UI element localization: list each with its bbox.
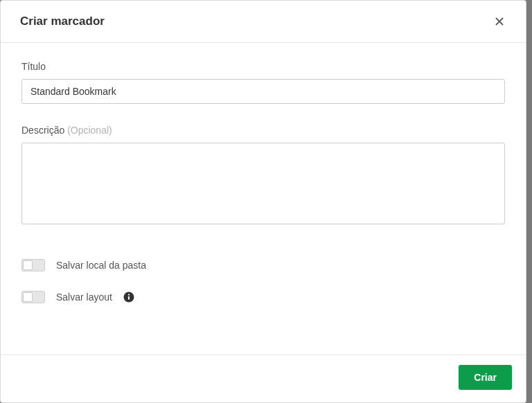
info-icon — [123, 292, 134, 303]
create-bookmark-modal: Criar marcador Título Descrição (Opciona… — [0, 0, 526, 403]
svg-rect-4 — [128, 296, 130, 300]
save-folder-toggle[interactable] — [21, 259, 45, 271]
title-field-group: Título — [21, 61, 505, 104]
close-button[interactable] — [493, 15, 506, 28]
close-icon — [494, 16, 505, 27]
description-label: Descrição (Opcional) — [21, 125, 505, 136]
save-layout-toggle[interactable] — [21, 291, 45, 303]
toggle-knob — [23, 260, 33, 270]
modal-footer: Criar — [1, 355, 526, 402]
description-textarea[interactable] — [21, 143, 505, 224]
description-optional-suffix: (Opcional) — [64, 125, 112, 136]
modal-backdrop — [526, 0, 532, 403]
modal-body: Título Descrição (Opcional) Salvar local… — [1, 43, 526, 355]
modal-header: Criar marcador — [1, 1, 526, 43]
save-folder-label: Salvar local da pasta — [56, 260, 146, 271]
description-label-text: Descrição — [21, 125, 64, 136]
description-field-group: Descrição (Opcional) — [21, 125, 505, 227]
save-layout-toggle-row: Salvar layout — [21, 291, 505, 303]
create-button[interactable]: Criar — [459, 365, 512, 390]
title-label: Título — [21, 61, 505, 72]
toggle-knob — [23, 292, 33, 302]
svg-point-3 — [128, 294, 130, 296]
save-folder-toggle-row: Salvar local da pasta — [21, 259, 505, 271]
save-layout-label: Salvar layout — [56, 292, 112, 303]
modal-title: Criar marcador — [20, 15, 105, 28]
toggle-group: Salvar local da pasta Salvar layout — [21, 259, 505, 303]
save-layout-info-button[interactable] — [123, 292, 134, 303]
title-input[interactable] — [21, 79, 505, 104]
